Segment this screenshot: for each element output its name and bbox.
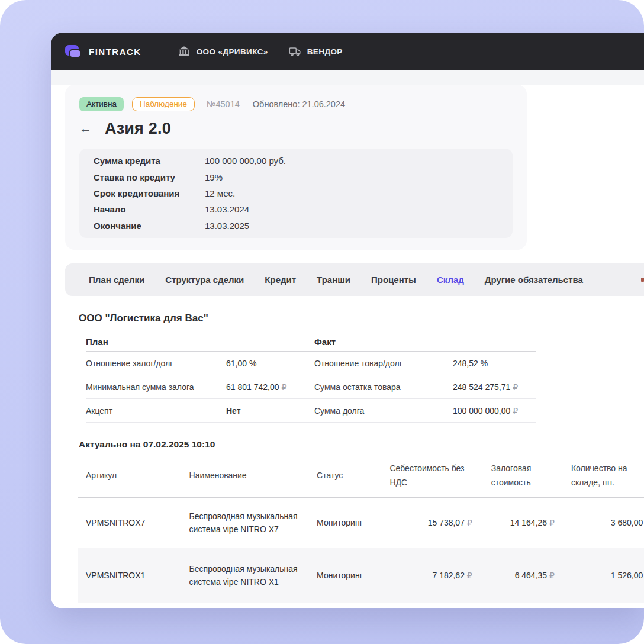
inventory-as-of: Актуально на 07.02.2025 10:10 xyxy=(79,439,644,450)
credit-value: 13.03.2025 xyxy=(205,221,498,231)
cell-pledge: 6 464,35 ₽ xyxy=(472,548,555,603)
col-status: Статус xyxy=(317,453,373,497)
plan-value: 61 801 742,00 ₽ xyxy=(226,382,314,392)
tab-transhi[interactable]: Транши xyxy=(317,275,350,285)
deal-summary-panel: Активна Наблюдение №45014 Обновлено: 21.… xyxy=(65,85,527,250)
cell-qty: 3 680,00 xyxy=(555,497,643,548)
cell-name: Беспроводная музыкальная система vipe NI… xyxy=(189,548,317,603)
brand-name: FINTRACK xyxy=(89,47,141,57)
org-name: ООО «ДРИВИКС» xyxy=(197,47,268,56)
inventory-table: Артикул Наименование Статус Себестоимост… xyxy=(78,453,644,603)
table-row: VPMSNITROX7 Беспроводная музыкальная сис… xyxy=(78,497,644,548)
collateral-company-title: ООО "Логистика для Вас" xyxy=(79,313,644,324)
cell-sku: VPMSNITROX7 xyxy=(78,497,189,548)
cell-qty: 1 526,00 xyxy=(555,548,643,603)
header-divider xyxy=(162,44,162,59)
watch-badge: Наблюдение xyxy=(132,97,195,111)
status-badge: Активна xyxy=(79,97,124,111)
fact-value: 100 000 000,00 ₽ xyxy=(453,406,536,416)
fact-header: Факт xyxy=(314,337,453,347)
credit-value: 19% xyxy=(205,172,498,182)
fact-label: Сумма долга xyxy=(314,406,453,416)
plan-label: Минимальная сумма залога xyxy=(86,382,226,392)
inventory-header-row: Артикул Наименование Статус Себестоимост… xyxy=(78,453,644,497)
cell-cost: 7 182,62 ₽ xyxy=(373,548,472,603)
tab-sklad[interactable]: Склад xyxy=(437,275,464,285)
cell-cost: 15 738,07 ₽ xyxy=(373,497,472,548)
deal-tabs: План сделки Структура сделки Кредит Тран… xyxy=(65,263,644,296)
credit-row: Ставка по кредиту 19% xyxy=(94,169,498,185)
deal-number: №45014 xyxy=(207,99,240,109)
credit-row: Сумма кредита 100 000 000,00 руб. xyxy=(94,153,498,169)
page-content: Активна Наблюдение №45014 Обновлено: 21.… xyxy=(51,85,644,603)
col-name: Наименование xyxy=(189,453,317,497)
fact-value: 248 524 275,71 ₽ xyxy=(453,382,536,392)
credit-row: Начало 13.03.2024 xyxy=(94,201,498,217)
credit-label: Срок кредитования xyxy=(94,188,205,198)
org-switcher[interactable]: ООО «ДРИВИКС» xyxy=(178,45,268,58)
credit-label: Сумма кредита xyxy=(94,156,205,166)
plan-fact-row: Минимальная сумма залога 61 801 742,00 ₽… xyxy=(86,375,536,399)
fact-value: 248,52 % xyxy=(453,359,536,368)
cell-status: Мониторинг xyxy=(317,497,373,548)
desktop-background: FINTRACK ООО «ДРИВИКС» ВЕНДОР xyxy=(0,0,644,644)
credit-label: Окончание xyxy=(94,221,205,231)
credit-label: Начало xyxy=(94,204,205,214)
app-header: FINTRACK ООО «ДРИВИКС» ВЕНДОР xyxy=(51,33,644,70)
truck-icon xyxy=(288,45,301,58)
plan-fact-header: План Факт xyxy=(86,333,536,352)
plan-label: Акцепт xyxy=(86,406,226,416)
app-window: FINTRACK ООО «ДРИВИКС» ВЕНДОР xyxy=(51,33,644,608)
page-title: Азия 2.0 xyxy=(105,120,171,138)
vendor-switcher[interactable]: ВЕНДОР xyxy=(288,45,343,58)
cell-name: Беспроводная музыкальная система vipe NI… xyxy=(189,497,317,548)
plan-value: Нет xyxy=(226,406,314,416)
deal-badges-row: Активна Наблюдение №45014 Обновлено: 21.… xyxy=(79,96,513,112)
plan-fact-table: План Факт Отношение залог/долг 61,00 % О… xyxy=(86,333,536,423)
section-divider xyxy=(65,250,644,250)
back-button[interactable]: ← xyxy=(79,121,95,136)
bank-icon xyxy=(178,45,191,58)
credit-value: 13.03.2024 xyxy=(205,204,498,214)
tab-struktura-sdelki[interactable]: Структура сделки xyxy=(165,275,244,285)
credit-summary-panel: Сумма кредита 100 000 000,00 руб. Ставка… xyxy=(79,149,513,238)
brand: FINTRACK xyxy=(65,45,141,58)
fact-label: Отношение товар/долг xyxy=(314,359,453,368)
plan-fact-row: Отношение залог/долг 61,00 % Отношение т… xyxy=(86,352,536,375)
col-qty: Количество на складе, шт. xyxy=(555,453,643,497)
tab-plan-sdelki[interactable]: План сделки xyxy=(89,275,144,285)
col-cost: Себестоимость без НДС xyxy=(373,453,472,497)
vendor-label: ВЕНДОР xyxy=(307,47,343,56)
header-substrip xyxy=(51,70,644,85)
credit-value: 100 000 000,00 руб. xyxy=(205,156,498,166)
cell-status: Мониторинг xyxy=(317,548,373,603)
credit-row: Срок кредитования 12 мес. xyxy=(94,185,498,201)
cell-pledge: 14 164,26 ₽ xyxy=(472,497,555,548)
deal-title-row: ← Азия 2.0 xyxy=(79,120,513,137)
table-row: VPMSNITROX1 Беспроводная музыкальная сис… xyxy=(78,548,644,603)
fintrack-logo-icon xyxy=(65,45,82,58)
deal-updated: Обновлено: 21.06.2024 xyxy=(253,99,345,109)
plan-header: План xyxy=(86,337,226,347)
cell-sku: VPMSNITROX1 xyxy=(78,548,189,603)
col-pledge: Залоговая стоимость xyxy=(472,453,555,497)
next-tab-cutoff xyxy=(641,278,644,282)
tab-drugie-obyazatelstva[interactable]: Другие обязательства xyxy=(485,275,583,285)
plan-fact-row: Акцепт Нет Сумма долга 100 000 000,00 ₽ xyxy=(86,399,536,423)
fact-label: Сумма остатка товара xyxy=(314,382,453,392)
col-sku: Артикул xyxy=(78,453,189,497)
plan-value: 61,00 % xyxy=(226,359,314,368)
tab-procenty[interactable]: Проценты xyxy=(371,275,416,285)
plan-label: Отношение залог/долг xyxy=(86,359,226,368)
credit-value: 12 мес. xyxy=(205,188,498,198)
tab-kredit[interactable]: Кредит xyxy=(265,275,296,285)
credit-row: Окончание 13.03.2025 xyxy=(94,218,498,234)
credit-label: Ставка по кредиту xyxy=(94,172,205,182)
